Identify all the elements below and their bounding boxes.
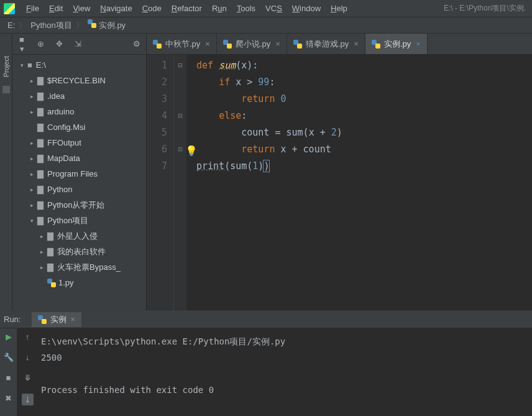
menu-window[interactable]: Window [287,2,326,14]
editor-tabbar: 中秋节.py× 爬小说.py× 猜拳游戏.py× 实例.py× [147,34,532,55]
tree-item[interactable]: ▸▇Python从零开始 [12,197,146,213]
close-icon[interactable]: × [416,39,421,49]
scroll-end-icon[interactable]: ⤓ [22,394,34,405]
locate-icon[interactable]: ⊕ [35,39,46,49]
editor-tab-active[interactable]: 实例.py× [365,34,428,54]
soft-wrap-icon[interactable]: ⤋ [24,373,31,382]
editor-area: 中秋节.py× 爬小说.py× 猜拳游戏.py× 实例.py× 123 456 … [147,34,532,310]
up-arrow-icon[interactable]: ↑ [25,332,30,341]
folder-icon: ■ [27,60,32,70]
breadcrumb-dir[interactable]: Python项目 [28,20,74,31]
close-icon[interactable]: × [205,39,210,49]
collapse-icon[interactable]: ⇲ [72,39,83,49]
close-icon[interactable]: × [275,39,280,49]
menu-help[interactable]: Help [326,2,352,14]
expand-icon[interactable]: ✥ [53,39,65,49]
python-file-icon [372,40,380,49]
tree-file[interactable]: 1.py [12,275,146,290]
project-panel: ■ ▾ ⊕ ✥ ⇲ ⚙ ▾ ■ E:\ ▸▇$RECYCLE.BIN ▸▇.id… [12,34,147,310]
editor-tab[interactable]: 爬小说.py× [217,34,287,54]
menu-navigate[interactable]: Navigate [95,2,137,14]
chevron-down-icon: ▾ [29,218,35,224]
close-icon[interactable]: × [70,315,75,324]
python-file-icon [47,279,56,287]
wrench-icon[interactable]: 🔧 [4,353,14,362]
fold-minus-icon[interactable]: ⊟ [174,57,186,74]
console-line: E:\venv\Scripts\python.exe E:/Python项目/实… [41,333,528,349]
run-play-icon[interactable]: ▶ [6,332,12,341]
structure-tool-icon[interactable] [2,86,10,93]
close-panel-icon[interactable]: ✖ [5,394,12,403]
tree-item[interactable]: ▸▇MapData [12,150,146,166]
close-icon[interactable]: × [354,39,359,49]
breadcrumb-root[interactable]: E: [5,21,17,30]
chevron-right-icon: 〉 [75,20,85,31]
menu-edit[interactable]: Edit [44,2,68,14]
tree-item[interactable]: ▸▇.idea [12,88,146,104]
tree-root[interactable]: ▾ ■ E:\ [12,57,146,73]
run-nav-gutter: ↑ ↓ ⤋ ⤓ [17,328,37,416]
code-editor[interactable]: 123 456 7 ⊟ ⊟ ⊡ 💡 def sum(x): if x > 99:… [147,55,532,310]
project-tool-label[interactable]: Project [2,52,10,81]
project-view-dropdown[interactable]: ■ ▾ [16,35,27,53]
console-exit: Process finished with exit code 0 [41,382,528,398]
lightbulb-icon[interactable]: 💡 [185,142,198,159]
gutter-icons: ⊟ ⊟ ⊡ [174,55,186,310]
chevron-right-icon: 〉 [17,20,28,31]
menu-run[interactable]: Run [207,2,232,14]
menu-bar: File Edit View Navigate Code Refactor Ru… [0,0,532,17]
python-file-icon [223,40,232,49]
run-tabbar: Run: 实例 × [0,311,532,328]
tree-item[interactable]: ▸▇火车抢票Bypass_ [12,259,146,275]
chevron-down-icon[interactable]: ▾ [19,62,25,68]
menu-vcs[interactable]: VCS [260,2,287,14]
down-arrow-icon[interactable]: ↓ [25,353,30,362]
python-file-icon [293,40,302,49]
breadcrumb-file[interactable]: 实例.py [85,19,128,31]
fold-minus-icon[interactable]: ⊟ [174,108,186,124]
project-tree[interactable]: ▾ ■ E:\ ▸▇$RECYCLE.BIN ▸▇.idea ▸▇arduino… [12,55,146,310]
run-console[interactable]: E:\venv\Scripts\python.exe E:/Python项目/实… [37,328,532,416]
menu-tools[interactable]: Tools [232,2,260,14]
window-path: E:\ - E:\Python项目\实例. [444,3,528,14]
run-panel: Run: 实例 × ▶ 🔧 ■ ✖ ↑ ↓ ⤋ ⤓ E:\venv\Script… [0,310,532,416]
tree-item[interactable]: ▸▇Program Files [12,166,146,182]
tree-item[interactable]: ▸▇外星人入侵 [12,228,146,244]
code-content[interactable]: 💡 def sum(x): if x > 99: return 0 else: … [186,55,532,310]
pycharm-icon [4,3,15,14]
tree-item[interactable]: ▸▇arduino [12,104,146,119]
run-tab[interactable]: 实例 × [32,312,81,327]
project-toolbar: ■ ▾ ⊕ ✥ ⇲ ⚙ [12,34,146,55]
menu-code[interactable]: Code [137,2,167,14]
editor-tab[interactable]: 中秋节.py× [147,34,217,54]
tree-item[interactable]: ▇Config.Msi [12,119,146,135]
project-tool-stripe: Project [0,34,12,310]
python-file-icon [88,19,96,28]
tree-item[interactable]: ▸▇我的表白软件 [12,244,146,259]
python-file-icon [38,315,47,324]
breadcrumb: E: 〉 Python项目 〉 实例.py [0,17,532,34]
fold-end-icon[interactable]: ⊡ [174,141,186,158]
python-file-icon [153,40,162,49]
run-action-gutter: ▶ 🔧 ■ ✖ [0,328,17,416]
menu-file[interactable]: File [21,2,44,14]
gear-icon[interactable]: ⚙ [131,39,142,49]
run-label: Run: [4,315,21,324]
stop-icon[interactable]: ■ [6,373,11,382]
editor-tab[interactable]: 猜拳游戏.py× [287,34,365,54]
tree-item[interactable]: ▸▇$RECYCLE.BIN [12,73,146,88]
console-output: 2500 [41,349,528,366]
line-gutter: 123 456 7 [147,55,174,310]
tree-item[interactable]: ▸▇FFOutput [12,135,146,150]
tree-item[interactable]: ▸▇Python [12,182,146,197]
menu-refactor[interactable]: Refactor [167,2,207,14]
tree-item[interactable]: ▾▇Python项目 [12,213,146,228]
menu-view[interactable]: View [68,2,95,14]
